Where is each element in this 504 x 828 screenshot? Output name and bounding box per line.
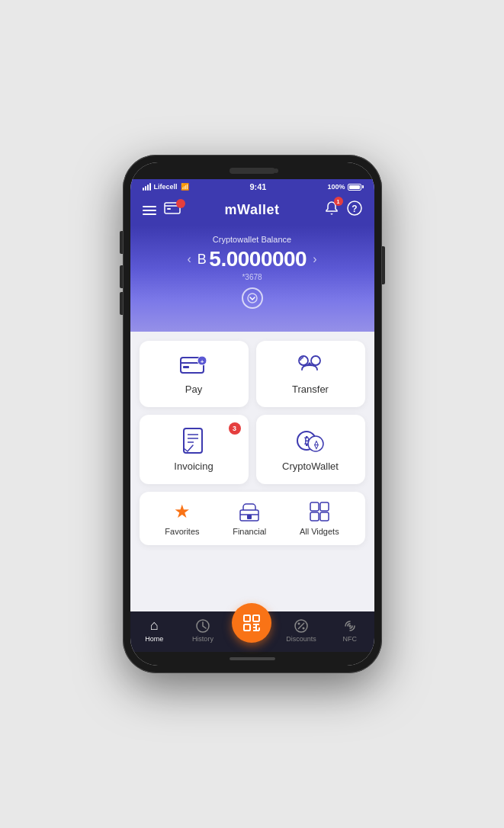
header-right: 1 ? (324, 201, 362, 220)
signal-bar-3 (147, 185, 149, 191)
invoicing-icon (182, 427, 205, 454)
svg-point-38 (298, 622, 300, 624)
status-bar: Lifecell 📶 9:41 100% (130, 179, 374, 194)
status-time: 9:41 (249, 182, 266, 191)
battery-fill (349, 185, 360, 189)
home-label: Home (145, 635, 163, 643)
expand-svg (247, 293, 258, 303)
balance-next-arrow[interactable]: › (313, 252, 316, 266)
nfc-icon (342, 618, 358, 634)
balance-prev-arrow[interactable]: ‹ (187, 252, 191, 266)
widgets-row: ★ Favorites Financial (140, 492, 365, 545)
signal-bars (143, 183, 151, 191)
financial-widget[interactable]: Financial (233, 501, 266, 536)
svg-rect-25 (320, 502, 329, 511)
balance-value: 5.0000000 (209, 247, 307, 271)
favorites-widget[interactable]: ★ Favorites (165, 501, 199, 536)
transfer-card[interactable]: Transfer (256, 341, 365, 407)
notification-badge: 1 (334, 197, 343, 206)
svg-point-41 (348, 624, 351, 627)
cryptowallet-label: CryptoWallet (282, 461, 339, 472)
discounts-label: Discounts (286, 635, 316, 643)
bottom-bar (130, 652, 374, 666)
battery-label: 100% (327, 183, 345, 191)
hamburger-menu[interactable] (143, 206, 156, 215)
svg-text:+: + (201, 358, 204, 365)
svg-rect-8 (183, 366, 189, 368)
svg-text:?: ? (352, 204, 357, 214)
scan-icon (242, 613, 262, 633)
svg-rect-30 (253, 615, 259, 621)
invoicing-label: Invoicing (174, 461, 213, 472)
signal-bar-2 (145, 186, 146, 191)
all-vidgets-label: All Vidgets (300, 527, 339, 536)
phone-frame: Lifecell 📶 9:41 100% (123, 155, 382, 673)
phone-notch (130, 162, 374, 179)
hamburger-line-3 (143, 213, 156, 215)
nav-history[interactable]: History (184, 618, 222, 643)
svg-rect-31 (244, 624, 250, 631)
status-right: 100% (327, 183, 361, 191)
balance-currency: B (197, 252, 207, 268)
battery-icon (348, 184, 361, 191)
svg-rect-29 (244, 615, 250, 621)
app-header: mWallet 1 ? (130, 194, 374, 226)
all-vidgets-widget[interactable]: All Vidgets (300, 501, 339, 536)
signal-bar-4 (149, 183, 151, 191)
phone-screen: Lifecell 📶 9:41 100% (130, 162, 374, 666)
card-badge (176, 199, 185, 208)
balance-section: Cryptowallet Balance ‹ B 5.0000000 › *36… (130, 226, 374, 332)
action-grid: + Pay Transfer 3 (140, 341, 365, 484)
hamburger-line-2 (143, 210, 156, 211)
svg-point-5 (248, 294, 257, 303)
app-title: mWallet (225, 202, 280, 218)
header-left (143, 202, 181, 218)
balance-nav: ‹ B 5.0000000 › (143, 247, 362, 271)
card-icon-button[interactable] (164, 202, 181, 218)
favorites-icon: ★ (174, 501, 191, 522)
invoicing-badge: 3 (229, 422, 241, 435)
favorites-label: Favorites (165, 527, 199, 536)
all-vidgets-icon (309, 501, 330, 522)
home-indicator (230, 657, 275, 660)
nav-home[interactable]: ⌂ Home (135, 618, 173, 643)
balance-account: *3678 (143, 273, 362, 281)
carrier-label: Lifecell (154, 183, 178, 191)
svg-rect-27 (320, 512, 329, 521)
svg-point-12 (311, 356, 320, 365)
home-icon: ⌂ (150, 618, 159, 634)
discounts-icon (294, 618, 309, 634)
cryptowallet-card[interactable]: ₿ ⟠ CryptoWallet (256, 415, 365, 484)
financial-icon (239, 501, 260, 522)
nfc-label: NFC (342, 635, 357, 643)
help-svg: ? (347, 201, 362, 216)
svg-rect-24 (310, 502, 319, 511)
signal-bar-1 (143, 188, 144, 191)
cryptowallet-icon: ₿ ⟠ (296, 427, 325, 454)
expand-button[interactable] (242, 287, 263, 309)
status-left: Lifecell 📶 (143, 183, 189, 191)
pay-card[interactable]: + Pay (140, 341, 249, 407)
transfer-icon (296, 353, 325, 377)
nav-nfc[interactable]: NFC (331, 618, 369, 643)
svg-rect-13 (184, 428, 202, 453)
nav-discounts[interactable]: Discounts (282, 618, 320, 643)
bottom-nav: ⌂ Home History (130, 611, 374, 652)
history-icon (195, 618, 210, 634)
svg-point-39 (303, 627, 305, 629)
pay-icon: + (179, 353, 208, 377)
financial-label: Financial (233, 527, 266, 536)
help-button[interactable]: ? (347, 201, 362, 220)
scan-button[interactable] (232, 603, 271, 643)
svg-rect-26 (310, 512, 319, 521)
transfer-label: Transfer (292, 384, 329, 395)
invoicing-card[interactable]: 3 Invoicing (140, 415, 249, 484)
balance-amount: B 5.0000000 (197, 247, 307, 271)
main-content: + Pay Transfer 3 (130, 332, 374, 611)
hamburger-line-1 (143, 206, 156, 207)
svg-rect-2 (167, 208, 171, 210)
pay-label: Pay (185, 384, 202, 395)
wifi-icon: 📶 (181, 183, 189, 191)
notification-button[interactable]: 1 (324, 201, 339, 220)
balance-label: Cryptowallet Balance (143, 235, 362, 244)
